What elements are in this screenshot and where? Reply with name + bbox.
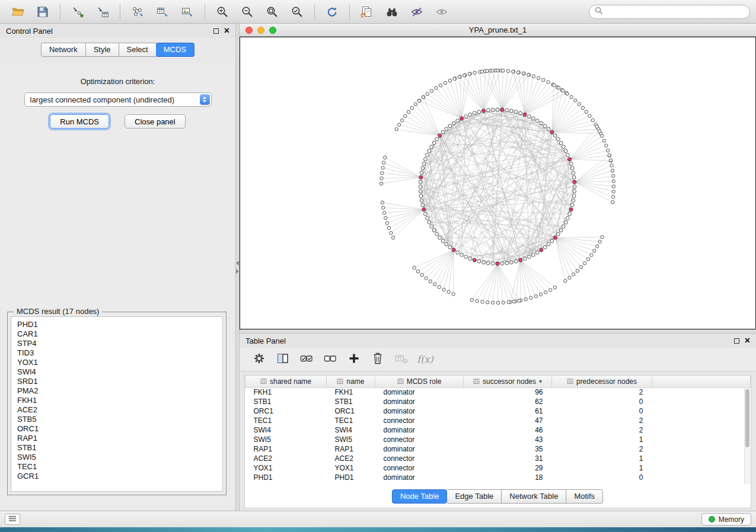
maximize-window-icon[interactable] — [269, 27, 276, 34]
table-row[interactable]: ORC1ORC1dominator610 — [245, 406, 751, 416]
export-image-button[interactable] — [176, 2, 199, 21]
collapse-left-icon[interactable] — [236, 261, 239, 265]
table-row[interactable]: ACE2ACE2connector311 — [245, 454, 751, 463]
tab-network[interactable]: Network — [41, 43, 86, 57]
table-row[interactable]: FKH1FKH1dominator962 — [245, 387, 751, 397]
close-window-icon[interactable] — [245, 27, 253, 34]
tab-motifs[interactable]: Motifs — [566, 489, 603, 504]
result-node[interactable]: SRD1 — [17, 377, 222, 386]
table-cell: 96 — [464, 387, 552, 397]
table-row[interactable]: PHD1PHD1dominator180 — [245, 473, 751, 482]
horizontal-splitter[interactable] — [240, 329, 756, 334]
result-node[interactable]: RAP1 — [17, 434, 222, 443]
zoom-selected-button[interactable] — [285, 2, 309, 21]
zoom-in-button[interactable] — [210, 2, 234, 21]
result-node[interactable]: SWI4 — [17, 367, 222, 377]
add-column-button[interactable] — [344, 350, 364, 369]
sort-arrow-icon[interactable]: ▾ — [539, 378, 542, 384]
vertical-splitter[interactable] — [235, 24, 240, 511]
collapse-right-icon[interactable] — [236, 269, 239, 274]
result-node[interactable]: ORC1 — [17, 424, 222, 434]
table-row[interactable]: RAP1RAP1dominator352 — [245, 444, 751, 454]
tab-style[interactable]: Style — [86, 43, 119, 57]
import-table-button[interactable] — [91, 2, 114, 21]
column-header-shared-name[interactable]: shared name — [245, 376, 327, 387]
close-panel-button[interactable]: Close panel — [125, 114, 186, 129]
node-table-area: shared namenameMCDS rolesuccessor nodes▾… — [244, 375, 751, 508]
table-tabbar: Node TableEdge TableNetwork TableMotifs — [245, 486, 751, 508]
table-row[interactable]: YOX1YOX1connector291 — [245, 463, 751, 473]
result-node[interactable]: STB5 — [17, 415, 222, 424]
column-header-MCDS-role[interactable]: MCDS role — [375, 376, 464, 387]
columns-icon — [276, 352, 289, 367]
float-panel-icon[interactable] — [734, 338, 739, 344]
open-session-button[interactable] — [6, 2, 30, 21]
result-node[interactable]: GCR1 — [17, 472, 222, 481]
float-panel-icon[interactable] — [213, 28, 219, 34]
result-node[interactable]: SWI5 — [17, 453, 222, 462]
find-button[interactable] — [380, 2, 404, 21]
tab-select[interactable]: Select — [119, 43, 157, 57]
network-canvas[interactable] — [240, 37, 756, 329]
table-cell: dominator — [375, 444, 464, 454]
result-node[interactable]: STB1 — [17, 443, 222, 453]
refresh-view-button[interactable] — [320, 2, 344, 21]
minimize-window-icon[interactable] — [257, 27, 264, 34]
function-builder-button[interactable]: f(x) — [415, 350, 435, 369]
result-node[interactable]: ACE2 — [17, 405, 222, 415]
delete-column-button[interactable] — [368, 350, 388, 369]
table-row[interactable]: SWI4SWI4dominator462 — [245, 425, 751, 435]
show-column-button[interactable] — [273, 350, 293, 369]
result-node[interactable]: STP4 — [17, 339, 222, 348]
save-session-button[interactable] — [31, 2, 55, 21]
export-table-button[interactable] — [151, 2, 174, 21]
delete-table-button[interactable] — [391, 350, 412, 369]
close-panel-icon[interactable]: × — [224, 27, 229, 34]
result-node[interactable]: YOX1 — [17, 358, 222, 367]
result-node[interactable]: PHD1 — [17, 320, 222, 329]
result-node[interactable]: PMA2 — [17, 386, 222, 396]
tab-mcds[interactable]: MCDS — [156, 43, 194, 57]
tab-edge-table[interactable]: Edge Table — [447, 489, 502, 504]
deselect-all-icon — [323, 352, 337, 366]
clone-network-button[interactable] — [355, 2, 379, 21]
zoom-fit-button[interactable] — [260, 2, 284, 21]
mcds-result-list[interactable]: PHD1CAR1STP4TID3YOX1SWI4SRD1PMA2FKH1ACE2… — [11, 316, 223, 492]
column-header-name[interactable]: name — [327, 376, 375, 387]
table-settings-button[interactable] — [249, 350, 269, 369]
result-node[interactable]: TID3 — [17, 348, 222, 358]
table-cell: 0 — [552, 397, 652, 406]
table-cell: STB1 — [245, 397, 327, 406]
result-node[interactable]: TEC1 — [17, 462, 222, 472]
hide-selection-button[interactable] — [405, 2, 429, 21]
export-network-button[interactable] — [126, 2, 149, 21]
deselect-all-button[interactable] — [320, 350, 340, 369]
table-row[interactable]: SWI5SWI5connector431 — [245, 435, 751, 444]
zoom-out-button[interactable] — [235, 2, 259, 21]
table-cell: SWI5 — [245, 435, 327, 444]
tab-network-table[interactable]: Network Table — [502, 489, 566, 504]
network-graph[interactable] — [240, 37, 755, 329]
scrollbar-thumb[interactable] — [745, 389, 749, 447]
column-header-successor-nodes[interactable]: successor nodes▾ — [464, 376, 552, 387]
search-input[interactable] — [607, 8, 744, 16]
result-node[interactable]: FKH1 — [17, 396, 222, 405]
table-row[interactable]: TEC1TEC1connector472 — [245, 416, 751, 425]
tab-node-table[interactable]: Node Table — [392, 489, 448, 504]
show-all-button[interactable] — [430, 2, 454, 21]
column-header-predecessor-nodes[interactable]: predecessor nodes — [552, 376, 652, 387]
task-history-button[interactable] — [5, 514, 20, 525]
run-mcds-button[interactable]: Run MCDS — [50, 114, 109, 129]
table-cell-filler — [652, 463, 751, 473]
desktop-background — [0, 527, 756, 532]
table-scrollbar[interactable] — [744, 388, 750, 484]
result-node[interactable]: CAR1 — [17, 329, 222, 339]
close-panel-icon[interactable]: × — [745, 337, 750, 344]
table-row[interactable]: STB1STB1dominator620 — [245, 397, 751, 406]
select-all-button[interactable] — [296, 350, 317, 369]
import-network-button[interactable] — [66, 2, 90, 21]
memory-button[interactable]: Memory — [701, 513, 751, 525]
criterion-dropdown[interactable]: largest connected component (undirected) — [24, 92, 212, 107]
table-cell: 47 — [464, 416, 552, 425]
table-cell: 2 — [552, 425, 652, 435]
